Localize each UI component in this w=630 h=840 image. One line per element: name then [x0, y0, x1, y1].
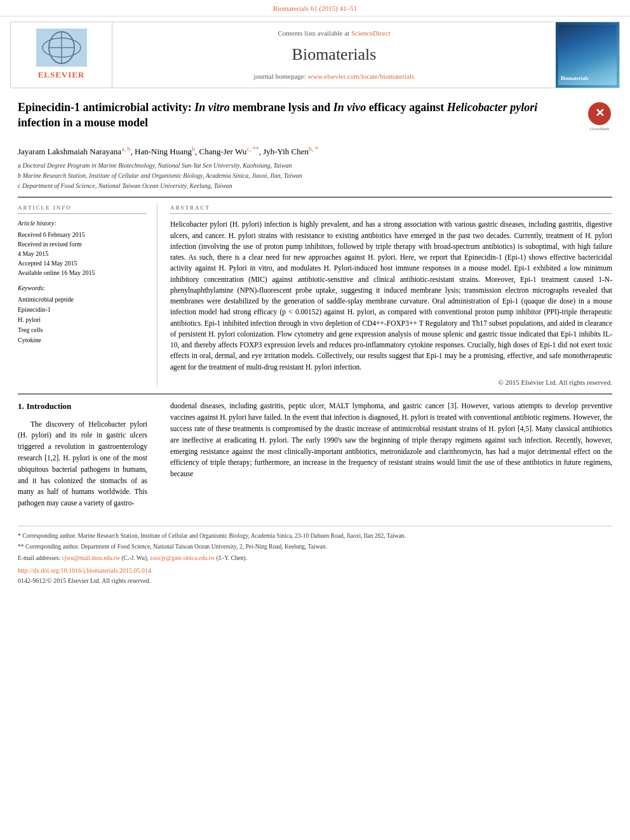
elsevier-logo: ELSEVIER [36, 29, 87, 81]
keyword-1: Antimicrobial peptide [18, 295, 147, 305]
issn-notice: 0142-9612/© 2015 Elsevier Ltd. All right… [18, 577, 612, 585]
article-title-text: Epinecidin-1 antimicrobial activity: In … [18, 100, 579, 131]
intro-left-column: 1. Introduction The discovery of Helicob… [18, 401, 158, 513]
footnotes: * Corresponding author. Marine Research … [18, 531, 612, 563]
title-italic2: In vivo [333, 101, 366, 114]
section-title: Introduction [27, 401, 72, 412]
introduction-section: 1. Introduction The discovery of Helicob… [18, 401, 612, 513]
citation-text: Biomaterials 61 (2015) 41–51 [273, 4, 357, 12]
abstract-body: Helicobacter pylori (H. pylori) infectio… [170, 219, 612, 373]
available-online: Available online 16 May 2015 [18, 268, 147, 277]
article-info-abstract: ARTICLE INFO Article history: Received 6… [18, 197, 612, 387]
footnote-star2: ** Corresponding author. Department of F… [18, 542, 612, 551]
title-italic1: In vitro [194, 101, 230, 114]
article-title-section: Epinecidin-1 antimicrobial activity: In … [18, 100, 612, 138]
abstract-paragraph: Helicobacter pylori (H. pylori) infectio… [170, 219, 612, 373]
keyword-4: Treg cells [18, 325, 147, 335]
keywords-section: Keywords: Antimicrobial peptide Epinecid… [18, 284, 147, 345]
email2-link[interactable]: zoocjy@gate.sinica.edu.tw [150, 555, 215, 561]
homepage-url[interactable]: www.elsevier.com/locate/biomaterials [308, 72, 415, 80]
email-label: E-mail addresses: [18, 555, 60, 561]
revised-date: 4 May 2015 [18, 249, 147, 258]
email2-person: (J.-Y. Chen). [217, 555, 247, 561]
affil-c: c Department of Food Science, National T… [18, 181, 612, 190]
doi-link: http://dx.doi.org/10.1016/j.biomaterials… [18, 566, 612, 575]
authors-line: Jayaram Lakshmaiah Narayanaa, b, Han-Nin… [18, 145, 612, 158]
intro-right-column: duodenal diseases, including gastritis, … [170, 401, 612, 513]
title-part4: infection in a mouse model [18, 116, 148, 129]
title-part1: Epinecidin-1 antimicrobial activity: [18, 101, 194, 114]
history-subheading: Article history: [18, 219, 147, 228]
journal-cover-image: Biomaterials [556, 22, 619, 87]
affiliations: a Doctoral Degree Program in Marine Biot… [18, 161, 612, 190]
keyword-2: Epinecidin-1 [18, 305, 147, 315]
journal-header: ELSEVIER Contents lists available at Sci… [10, 22, 620, 88]
sciencedirect-anchor[interactable]: ScienceDirect [351, 29, 391, 37]
email1-link[interactable]: cjwu@mail.ntou.edu.tw [62, 555, 120, 561]
elsevier-logo-section: ELSEVIER [11, 22, 112, 87]
elsevier-label: ELSEVIER [38, 69, 85, 81]
keywords-subheading: Keywords: [18, 284, 147, 293]
abstract-heading: ABSTRACT [170, 204, 612, 215]
author3-name: , Chang-Jer Wu [195, 147, 246, 157]
doi-anchor[interactable]: http://dx.doi.org/10.1016/j.biomaterials… [18, 567, 151, 574]
author4-name: , Jyh-Yih Chen [259, 147, 309, 157]
footer-section: * Corresponding author. Marine Research … [18, 526, 612, 585]
crossmark-icon: ✕ [588, 102, 611, 125]
author4-sup: b, * [309, 145, 318, 152]
keyword-5: Cytokine [18, 335, 147, 345]
intro-right-text: duodenal diseases, including gastritis, … [170, 401, 612, 480]
abstract-column: ABSTRACT Helicobacter pylori (H. pylori)… [170, 204, 612, 387]
journal-info-center: Contents lists available at ScienceDirec… [112, 22, 556, 87]
article-info-heading: ARTICLE INFO [18, 204, 147, 215]
title-part2: membrane lysis and [230, 101, 333, 114]
article-info-column: ARTICLE INFO Article history: Received 6… [18, 204, 158, 387]
contents-label: Contents lists available at [278, 29, 349, 37]
elsevier-logo-image [36, 29, 87, 67]
copyright-notice: © 2015 Elsevier Ltd. All rights reserved… [170, 378, 612, 387]
article-title: Epinecidin-1 antimicrobial activity: In … [18, 100, 579, 131]
affil-b: b Marine Research Station, Institute of … [18, 171, 612, 180]
page-container: Biomaterials 61 (2015) 41–51 ELSEVIER [0, 0, 630, 592]
author1-sup: a, b [121, 145, 130, 152]
journal-title: Biomaterials [292, 43, 377, 66]
top-citation-bar: Biomaterials 61 (2015) 41–51 [0, 0, 630, 17]
keyword-3: H. pylori [18, 315, 147, 325]
section-number: 1. [18, 401, 24, 412]
title-italic3: Helicobacter pylori [447, 101, 537, 114]
received-revised-label: Received in revised form [18, 239, 147, 249]
crossmark-badge: ✕ CrossMark [587, 102, 612, 133]
received-date: Received 6 February 2015 [18, 230, 147, 239]
intro-left-paragraph: The discovery of Helicobacter pylori (H.… [18, 419, 147, 510]
accepted-date: Accepted 14 May 2015 [18, 258, 147, 268]
intro-right-paragraph: duodenal diseases, including gastritis, … [170, 401, 612, 480]
cover-journal-label: Biomaterials [561, 75, 589, 82]
crossmark-text: CrossMark [589, 126, 609, 133]
author2-name: , Han-Ning Huang [131, 147, 192, 157]
footnote-emails: E-mail addresses: cjwu@mail.ntou.edu.tw … [18, 554, 612, 563]
sciencedirect-link: Contents lists available at ScienceDirec… [278, 29, 390, 38]
journal-homepage: journal homepage: www.elsevier.com/locat… [254, 72, 415, 81]
homepage-label: journal homepage: [254, 72, 306, 80]
title-part3: efficacy against [366, 101, 446, 114]
main-content: Epinecidin-1 antimicrobial activity: In … [0, 93, 630, 592]
author1-name: Jayaram Lakshmaiah Narayana [18, 147, 121, 157]
footnote-star1: * Corresponding author. Marine Research … [18, 531, 612, 540]
intro-left-text: The discovery of Helicobacter pylori (H.… [18, 419, 147, 510]
article-history: Article history: Received 6 February 201… [18, 219, 147, 277]
affil-a: a Doctoral Degree Program in Marine Biot… [18, 161, 612, 170]
section-divider [18, 394, 612, 394]
author3-sup: c, ** [246, 145, 258, 152]
email1-person: (C.-J. Wu), [121, 555, 148, 561]
